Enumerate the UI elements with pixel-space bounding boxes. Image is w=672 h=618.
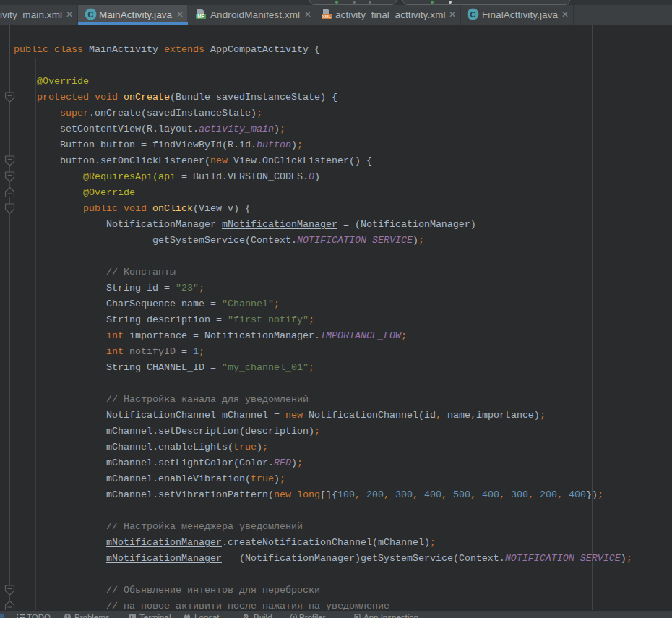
svg-text:MF: MF: [197, 14, 204, 19]
svg-text:C: C: [88, 10, 94, 19]
svg-text:XML: XML: [322, 14, 332, 19]
svg-text:C: C: [470, 10, 476, 19]
